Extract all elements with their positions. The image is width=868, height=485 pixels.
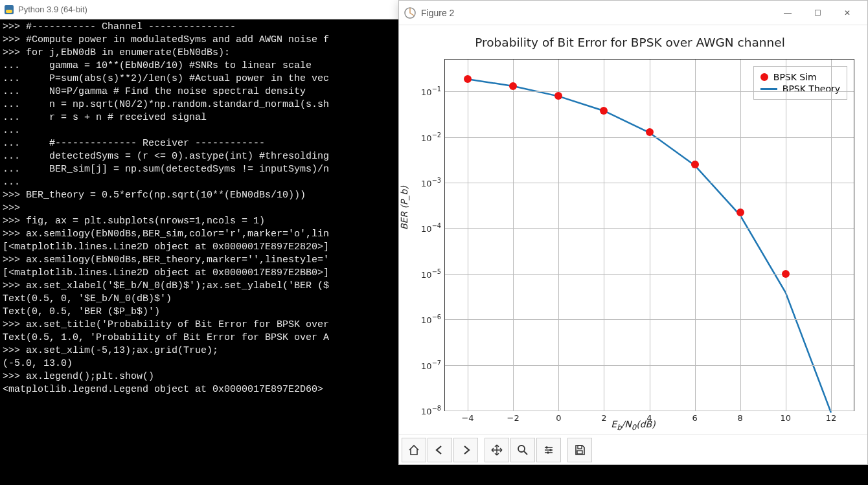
xtick: 2 xyxy=(601,413,606,423)
plot-area: Probability of Bit Error for BPSK over A… xyxy=(399,25,867,434)
data-point xyxy=(554,92,562,100)
xtick: 6 xyxy=(692,413,697,423)
svg-point-4 xyxy=(545,446,548,449)
data-point xyxy=(737,209,744,216)
figure-close-button[interactable]: ✕ xyxy=(832,3,862,23)
ytick: 10−8 xyxy=(421,405,441,416)
xtick: 10 xyxy=(781,413,792,423)
xtick: 8 xyxy=(738,413,743,423)
xtick: 12 xyxy=(826,413,837,423)
xtick: −2 xyxy=(507,413,520,423)
y-axis-label: BER (P_b) xyxy=(399,186,409,230)
gridline-v xyxy=(650,60,650,411)
python-icon xyxy=(4,5,14,15)
figure-title: Figure 2 xyxy=(421,8,773,18)
gridline-h xyxy=(445,411,854,411)
configure-button[interactable] xyxy=(536,438,561,462)
data-point xyxy=(782,270,790,278)
ytick: 10−4 xyxy=(421,223,441,234)
back-button[interactable] xyxy=(428,438,452,462)
mpl-toolbar xyxy=(399,434,867,464)
xtick: −4 xyxy=(461,413,474,423)
data-point xyxy=(464,75,472,83)
figure-titlebar: Figure 2 — ☐ ✕ xyxy=(399,1,867,25)
svg-point-6 xyxy=(547,451,549,454)
ytick: 10−3 xyxy=(421,177,441,188)
axes[interactable]: BPSK Sim BPSK Theory 10−110−210−310−410−… xyxy=(444,59,854,411)
gridline-v xyxy=(558,60,559,411)
home-button[interactable] xyxy=(402,438,426,462)
ytick: 10−2 xyxy=(421,131,441,142)
x-axis-label: Eb/N0(dB) xyxy=(611,419,655,432)
pan-button[interactable] xyxy=(485,438,509,462)
data-point xyxy=(509,82,517,90)
data-point xyxy=(600,107,608,115)
mpl-icon xyxy=(404,7,416,19)
ytick: 10−7 xyxy=(421,359,441,370)
svg-point-3 xyxy=(518,446,525,452)
ytick: 10−1 xyxy=(421,86,441,97)
plot-title: Probability of Bit Error for BPSK over A… xyxy=(399,36,861,49)
figure-maximize-button[interactable]: ☐ xyxy=(803,3,832,23)
matplotlib-figure-window: Figure 2 — ☐ ✕ Probability of Bit Error … xyxy=(398,0,868,465)
svg-rect-8 xyxy=(577,451,582,454)
svg-rect-1 xyxy=(6,10,12,13)
data-point xyxy=(691,161,699,168)
figure-minimize-button[interactable]: — xyxy=(773,3,803,23)
gridline-v xyxy=(740,60,741,411)
gridline-v xyxy=(831,60,832,411)
gridline-v xyxy=(786,60,786,411)
save-button[interactable] xyxy=(567,438,592,462)
gridline-v xyxy=(695,60,696,411)
xtick: 0 xyxy=(556,413,561,423)
figure-window-controls: — ☐ ✕ xyxy=(773,3,862,23)
gridline-v xyxy=(468,60,468,411)
forward-button[interactable] xyxy=(453,438,478,462)
ytick: 10−5 xyxy=(421,268,441,279)
gridline-v xyxy=(513,60,514,411)
data-point xyxy=(646,128,654,136)
zoom-button[interactable] xyxy=(510,438,535,462)
ytick: 10−6 xyxy=(421,314,441,325)
svg-point-5 xyxy=(549,449,552,451)
